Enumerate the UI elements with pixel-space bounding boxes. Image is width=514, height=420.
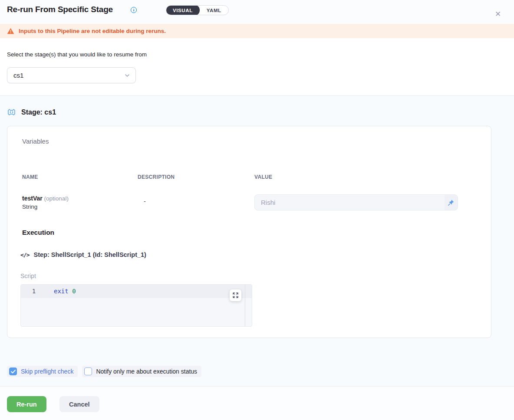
- cancel-button[interactable]: Cancel: [59, 396, 99, 412]
- variables-heading: Variables: [22, 138, 49, 145]
- column-header-name: NAME: [22, 174, 38, 180]
- variable-optional-label: (optional): [44, 195, 69, 202]
- editor-line-number: 1: [21, 288, 47, 295]
- code-token-number: 0: [72, 288, 76, 295]
- chevron-down-icon: [124, 72, 130, 79]
- dialog-header: Re-run From Specific Stage i VISUAL YAML…: [0, 0, 514, 24]
- step-row: </> Step: ShellScript_1 (Id: ShellScript…: [20, 251, 146, 258]
- pin-button[interactable]: [445, 195, 458, 210]
- info-icon[interactable]: i: [131, 7, 137, 13]
- script-code-editor[interactable]: 1 exit 0: [20, 284, 252, 327]
- step-label: Step: ShellScript_1 (Id: ShellScript_1): [33, 251, 146, 258]
- notify-only-me-option[interactable]: Notify only me about execution status: [82, 366, 201, 377]
- tab-visual[interactable]: VISUAL: [166, 5, 200, 15]
- skip-preflight-option[interactable]: Skip preflight check: [7, 366, 78, 377]
- column-header-value: VALUE: [254, 174, 272, 180]
- warning-triangle-icon: [7, 28, 14, 34]
- custom-stage-icon: [7, 108, 16, 117]
- skip-preflight-label[interactable]: Skip preflight check: [21, 368, 73, 375]
- page-title: Re-run From Specific Stage: [7, 5, 113, 14]
- code-step-icon: </>: [20, 252, 29, 258]
- notify-only-me-label[interactable]: Notify only me about execution status: [96, 368, 197, 375]
- script-label: Script: [20, 272, 36, 279]
- variable-name-cell: testVar (optional) String: [22, 194, 69, 211]
- skip-preflight-checkbox[interactable]: [9, 368, 17, 375]
- variable-value-input[interactable]: Rishi: [254, 194, 458, 210]
- column-header-description: DESCRIPTION: [138, 174, 175, 180]
- notify-only-me-checkbox[interactable]: [84, 368, 92, 375]
- dialog-footer: Re-run Cancel: [0, 386, 514, 420]
- tab-yaml[interactable]: YAML: [200, 5, 228, 15]
- editor-scrollbar[interactable]: [245, 285, 245, 326]
- code-token-keyword: exit: [54, 288, 69, 295]
- editor-code-line: exit 0: [54, 288, 76, 295]
- stage-select-label: Select the stage(s) that you would like …: [7, 51, 147, 58]
- variable-name: testVar: [22, 195, 43, 202]
- expand-editor-button[interactable]: [230, 289, 241, 301]
- expand-arrows-icon: [233, 292, 238, 298]
- stage-heading-row: Stage: cs1: [7, 108, 56, 117]
- stage-details-card: Variables NAME DESCRIPTION VALUE testVar…: [7, 126, 491, 338]
- variable-type: String: [22, 203, 69, 211]
- variable-description: -: [144, 198, 146, 205]
- main-content: Stage: cs1 Variables NAME DESCRIPTION VA…: [0, 96, 514, 386]
- stage-select-dropdown[interactable]: cs1: [7, 67, 136, 83]
- warning-banner-text: Inputs to this Pipeline are not editable…: [19, 28, 166, 34]
- warning-banner: Inputs to this Pipeline are not editable…: [0, 24, 514, 38]
- stage-heading: Stage: cs1: [21, 108, 56, 116]
- rerun-button[interactable]: Re-run: [7, 396, 46, 412]
- execution-options-row: Skip preflight check Notify only me abou…: [7, 366, 201, 377]
- variable-value-text: Rishi: [255, 199, 445, 206]
- execution-heading: Execution: [22, 229, 54, 236]
- visual-yaml-toggle: VISUAL YAML: [166, 5, 229, 15]
- stage-select-value: cs1: [13, 72, 124, 79]
- stage-select-section: Select the stage(s) that you would like …: [0, 38, 514, 96]
- close-icon[interactable]: ✕: [493, 10, 503, 19]
